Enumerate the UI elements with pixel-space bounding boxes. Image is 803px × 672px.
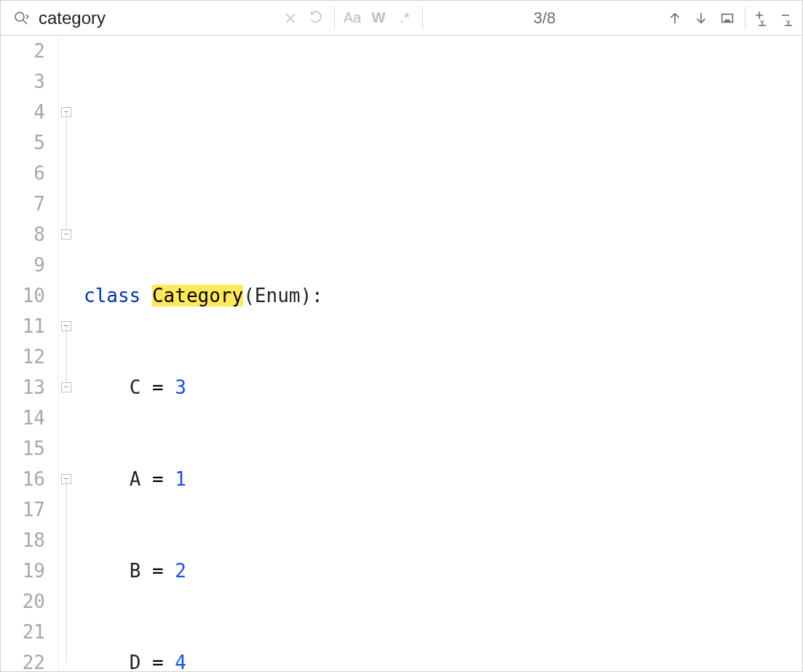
number: 3	[175, 376, 186, 398]
number: 2	[175, 560, 186, 582]
toolbar-divider	[334, 7, 335, 30]
code-text: =	[141, 376, 175, 398]
code-text: =	[141, 560, 175, 582]
code-line: class Category(Enum):	[81, 280, 802, 311]
match-count: 3/8	[516, 9, 574, 28]
line-number: 5	[1, 127, 45, 158]
line-number: 10	[1, 280, 45, 311]
code-text: =	[141, 652, 175, 671]
search-options: Aa W .*	[339, 1, 418, 35]
code-line: D = 4	[81, 647, 802, 671]
code-text: D	[130, 652, 141, 671]
line-number: 12	[1, 341, 45, 372]
code-text: =	[141, 468, 175, 490]
search-nav	[662, 1, 740, 35]
line-number: 19	[1, 556, 45, 586]
line-number: 2	[1, 36, 45, 66]
line-number: 6	[1, 158, 45, 189]
line-number: 4	[1, 97, 45, 127]
keyword: class	[84, 285, 141, 307]
code-area[interactable]: class Category(Enum): C = 3 A = 1 B = 2 …	[81, 36, 802, 671]
line-number: 8	[1, 219, 45, 250]
line-number: 3	[1, 66, 45, 97]
number: 4	[175, 652, 186, 671]
code-line	[81, 97, 802, 127]
code-text: A	[130, 468, 141, 490]
regex-button[interactable]: .*	[392, 5, 418, 31]
line-number: 16	[1, 464, 45, 494]
svg-rect-7	[724, 19, 729, 22]
line-number: 17	[1, 494, 45, 525]
search-left-group	[1, 1, 34, 35]
line-number: 11	[1, 311, 45, 341]
clear-search-icon[interactable]	[277, 5, 304, 31]
remove-selection-icon[interactable]	[776, 5, 802, 31]
highlight: Category	[152, 285, 243, 307]
editor[interactable]: 2345678910111213141516171819202122 −−−−−…	[1, 36, 802, 671]
line-number: 9	[1, 250, 45, 280]
code-text: B	[130, 560, 141, 582]
search-history-icon[interactable]	[304, 5, 330, 31]
line-number: 21	[1, 617, 45, 647]
search-icon[interactable]	[8, 5, 34, 31]
match-count-section: 3/8	[427, 1, 662, 35]
number: 1	[175, 468, 186, 490]
toolbar-divider	[422, 7, 423, 30]
toolbar-divider	[745, 7, 745, 30]
code-text: (Enum):	[243, 285, 323, 307]
svg-line-1	[23, 20, 27, 24]
match-case-button[interactable]: Aa	[339, 5, 365, 31]
line-number: 14	[1, 403, 45, 433]
select-all-matches-icon[interactable]	[714, 5, 740, 31]
code-line: C = 3	[81, 372, 802, 403]
search-input[interactable]	[34, 8, 277, 28]
code-line: B = 2	[81, 556, 802, 586]
next-match-icon[interactable]	[688, 5, 714, 31]
prev-match-icon[interactable]	[662, 5, 688, 31]
code-line	[81, 189, 802, 219]
line-number: 7	[1, 189, 45, 219]
line-number: 18	[1, 525, 45, 556]
fold-close-icon[interactable]: −	[61, 382, 71, 392]
selection-tools	[750, 1, 802, 35]
svg-point-0	[15, 12, 24, 21]
add-selection-icon[interactable]	[750, 5, 776, 31]
line-number: 22	[1, 647, 45, 671]
line-number: 13	[1, 372, 45, 403]
search-bar: Aa W .* 3/8	[1, 1, 802, 36]
line-number: 15	[1, 433, 45, 464]
code-line: A = 1	[81, 464, 802, 494]
line-number: 20	[1, 586, 45, 617]
gutter: 2345678910111213141516171819202122	[1, 36, 59, 671]
fold-close-icon[interactable]: −	[61, 229, 71, 240]
whole-words-button[interactable]: W	[365, 5, 392, 31]
code-text: C	[130, 376, 141, 398]
fold-column: −−−−−	[59, 36, 81, 671]
